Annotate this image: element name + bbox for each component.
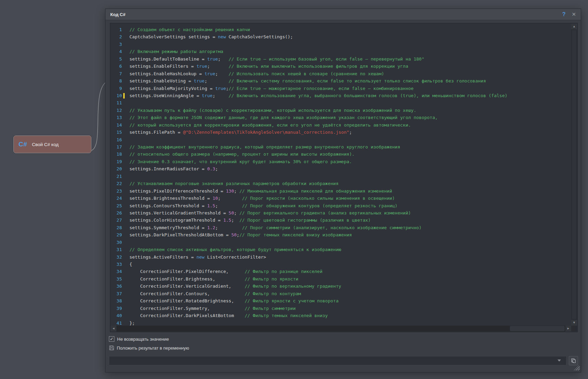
code-line[interactable]: 11: [111, 99, 571, 106]
code-line[interactable]: 1// Создаем объект с настройками решения…: [111, 26, 571, 33]
line-number: 15: [111, 129, 122, 136]
code-line[interactable]: 31// Определяем список активных фильтров…: [111, 246, 571, 253]
code-text: CaptchaSolverSettings settings = new Cap…: [129, 33, 293, 40]
code-line[interactable]: 21: [111, 173, 571, 180]
code-line[interactable]: 22// Устанавливаем пороговые значения ра…: [111, 180, 571, 187]
code-line[interactable]: 26settings.VerticalGradientThreshold = 5…: [111, 209, 571, 217]
code-text: // Включаем режимы работы алгоритма: [129, 48, 223, 55]
code-line[interactable]: 25settings.ContoursThreshold = 1.5; // П…: [111, 202, 571, 209]
code-line[interactable]: 36 CorrectionFilter.VerticalGradient, //…: [111, 283, 571, 290]
code-line[interactable]: 24settings.BrightnessThreshold = 10; // …: [111, 195, 571, 202]
line-number: 6: [111, 63, 122, 70]
code-text: CorrectionFilter.Contours, // Фильтр по …: [129, 290, 301, 297]
code-line[interactable]: 28settings.SymmetryThreshold = 1.2; // П…: [111, 224, 571, 231]
line-number: 7: [111, 70, 122, 77]
code-line[interactable]: 19// Значение 0.3 означает, что внутренн…: [111, 158, 571, 165]
line-number: 37: [111, 290, 122, 297]
code-line[interactable]: 10settings.UseWinningAngle = true; // Вк…: [111, 92, 571, 99]
code-line[interactable]: 35 CorrectionFilter.Brightness, // Фильт…: [111, 275, 571, 283]
code-line[interactable]: 5settings.DefaultToBaseline = true; // Е…: [111, 55, 571, 63]
code-line[interactable]: 6settings.EnableFilters = true; // Включ…: [111, 63, 571, 70]
code-line[interactable]: 34 CorrectionFilter.PixelDifference, // …: [111, 268, 571, 275]
code-text: settings.DarkPixelThresholdAtBottom = 50…: [129, 231, 352, 238]
code-text: // Значение 0.3 означает, что внутренний…: [129, 158, 352, 165]
code-text: settings.EnableFilters = true; // Включи…: [129, 63, 408, 70]
code-line[interactable]: 2CaptchaSolverSettings settings = new Ca…: [111, 33, 571, 40]
vertical-scrollbar[interactable]: ▲ ▼: [571, 24, 577, 326]
code-line[interactable]: 12// Указываем путь к файлу (словарю) с …: [111, 107, 571, 114]
code-text: CorrectionFilter.Brightness, // Фильтр п…: [129, 275, 298, 283]
code-text: };: [129, 319, 135, 326]
dropdown-arrow-icon[interactable]: [558, 360, 561, 362]
code-line[interactable]: 16: [111, 136, 571, 143]
code-line[interactable]: 18// относительно общего размера (наприм…: [111, 151, 571, 158]
csharp-node[interactable]: C# Свой C# код: [13, 135, 91, 153]
help-button[interactable]: ?: [562, 11, 566, 17]
line-number: 32: [111, 253, 122, 261]
line-number: 12: [111, 107, 122, 114]
code-line[interactable]: 4// Включаем режимы работы алгоритма: [111, 48, 571, 55]
code-line[interactable]: 7settings.EnableHashLookup = true; // Ис…: [111, 70, 571, 77]
code-line[interactable]: 29settings.DarkPixelThresholdAtBottom = …: [111, 231, 571, 238]
code-line[interactable]: 39 CorrectionFilter.Symmetry, // Фильтр …: [111, 305, 571, 312]
line-number: 8: [111, 77, 122, 84]
line-number: 9: [111, 85, 122, 92]
code-line[interactable]: 41};: [111, 319, 571, 326]
code-line[interactable]: 40 CorrectionFilter.DarkPixelsAtBottom /…: [111, 312, 571, 319]
code-line[interactable]: 30: [111, 239, 571, 246]
code-line[interactable]: 27settings.ColorHistogramThreshold = 1.5…: [111, 217, 571, 224]
code-lines[interactable]: 1// Создаем объект с настройками решения…: [111, 24, 571, 326]
code-text: {: [129, 261, 132, 268]
resize-grip[interactable]: [574, 366, 580, 370]
line-number: 25: [111, 202, 122, 209]
horizontal-scrollbar[interactable]: ◄ ►: [111, 326, 571, 331]
code-line[interactable]: 32settings.ActiveFilters = new List<Corr…: [111, 253, 571, 261]
vertical-scroll-thumb[interactable]: [572, 30, 576, 319]
code-line[interactable]: 37 CorrectionFilter.Contours, // Фильтр …: [111, 290, 571, 297]
checkbox-check-icon[interactable]: ✓: [109, 336, 114, 342]
code-line[interactable]: 3: [111, 41, 571, 48]
code-line[interactable]: 14// который используется для корректиро…: [111, 121, 571, 129]
code-text: settings.SymmetryThreshold = 1.2; // Пор…: [129, 224, 422, 231]
code-line[interactable]: 23settings.PixelDifferenceThreshold = 13…: [111, 187, 571, 195]
code-line[interactable]: 38 CorrectionFilter.RotatedBrightness, /…: [111, 297, 571, 304]
code-text: settings.PixelDifferenceThreshold = 130;…: [129, 187, 392, 195]
line-number: 21: [111, 173, 122, 180]
code-editor[interactable]: 1// Создаем объект с настройками решения…: [110, 23, 578, 332]
csharp-node-label: Свой C# код: [32, 142, 59, 147]
line-number: 4: [111, 48, 122, 55]
line-number: 20: [111, 165, 122, 172]
scroll-up-icon[interactable]: ▲: [571, 24, 577, 29]
line-number: 11: [111, 99, 122, 106]
code-line[interactable]: 9settings.EnableMajorityVoting = true;//…: [111, 85, 571, 92]
close-button[interactable]: ✕: [572, 11, 576, 17]
line-number: 39: [111, 305, 122, 312]
code-line[interactable]: 13// Этот файл в формате JSON содержит д…: [111, 114, 571, 121]
no-return-checkbox[interactable]: ✓ Не возвращать значение: [109, 336, 169, 342]
code-text: // Создаем объект с настройками решения …: [129, 26, 250, 33]
line-number: 36: [111, 283, 122, 290]
text-cursor: [123, 93, 125, 99]
code-line[interactable]: 8settings.EnableVoting = true; // Включи…: [111, 77, 571, 84]
code-text: settings.UseWinningAngle = true; // Вклю…: [129, 92, 508, 99]
line-number: 33: [111, 261, 122, 268]
line-number: 19: [111, 158, 122, 165]
horizontal-scroll-thumb[interactable]: [510, 326, 565, 331]
copy-button[interactable]: [569, 356, 578, 365]
code-line[interactable]: 15settings.FilePath = @"D:\ZennoTemplate…: [111, 129, 571, 136]
no-return-label: Не возвращать значение: [117, 337, 169, 342]
code-text: CorrectionFilter.RotatedBrightness, // Ф…: [129, 297, 338, 304]
dialog-titlebar[interactable]: Код C# ? ✕: [105, 9, 581, 20]
code-text: // Устанавливаем пороговые значения разл…: [129, 180, 338, 187]
line-number: 35: [111, 275, 122, 283]
scroll-down-icon[interactable]: ▼: [571, 320, 577, 326]
code-text: CorrectionFilter.PixelDifference, // Фил…: [129, 268, 323, 275]
scroll-right-icon[interactable]: ►: [565, 326, 571, 331]
code-line[interactable]: 33{: [111, 261, 571, 268]
line-number: 28: [111, 224, 122, 231]
scroll-left-icon[interactable]: ◄: [111, 326, 116, 331]
code-text: settings.ColorHistogramThreshold = 1.5; …: [129, 217, 371, 224]
variable-input[interactable]: [109, 356, 566, 365]
code-line[interactable]: 20settings.InnerRadiusFactor = 0.3;: [111, 165, 571, 172]
code-line[interactable]: 17// Задаем коэффициент внутреннего ради…: [111, 143, 571, 151]
